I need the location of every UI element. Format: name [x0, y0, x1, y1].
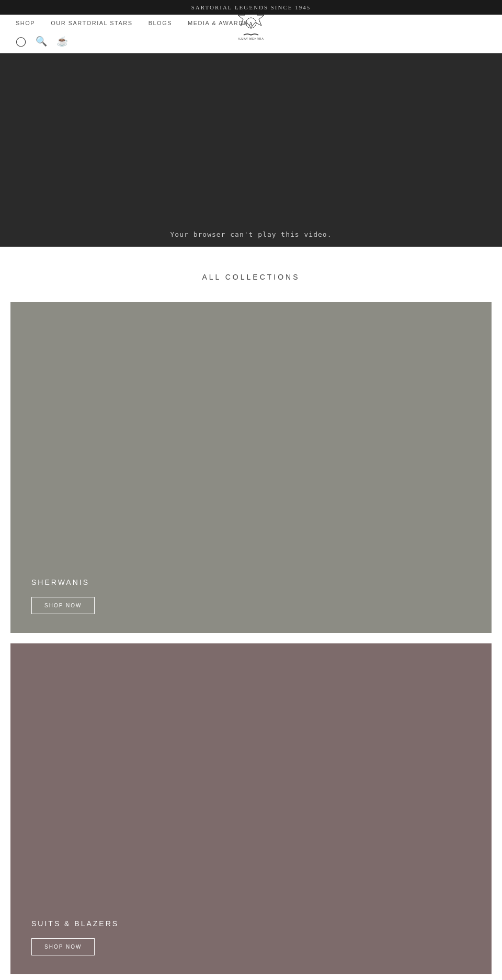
nav-shop[interactable]: SHOP [16, 20, 35, 26]
suits-shop-now-button[interactable]: SHOP NOW [31, 938, 95, 955]
main-nav: SHOP OUR SARTORIAL STARS BLOGS MEDIA & A… [0, 15, 502, 31]
logo-area[interactable]: A AJJAY MEHRRA [230, 5, 272, 41]
suits-title: SUITS & BLAZERS [31, 919, 471, 928]
collections-heading: ALL COLLECTIONS [0, 247, 502, 302]
video-fallback-message: Your browser can't play this video. [170, 230, 332, 238]
logo-emblem: A AJJAY MEHRRA [230, 5, 272, 41]
nav-sartorial-stars[interactable]: OUR SARTORIAL STARS [51, 20, 132, 26]
sherwanis-title: SHERWANIS [31, 578, 471, 586]
nav-blogs[interactable]: BLOGS [149, 20, 172, 26]
collection-card-sherwanis: SHERWANIS SHOP NOW [10, 302, 492, 633]
sherwanis-content: SHERWANIS SHOP NOW [10, 563, 492, 633]
collection-card-suits: SUITS & BLAZERS SHOP NOW [10, 643, 492, 974]
cart-icon[interactable]: ☕ [56, 36, 68, 47]
search-icon[interactable]: 🔍 [36, 36, 47, 47]
suits-content: SUITS & BLAZERS SHOP NOW [10, 905, 492, 974]
user-icon[interactable]: ◯ [16, 36, 26, 47]
suits-image [10, 643, 492, 905]
svg-text:AJJAY MEHRRA: AJJAY MEHRRA [238, 37, 264, 40]
sherwanis-image [10, 302, 492, 563]
sherwanis-shop-now-button[interactable]: SHOP NOW [31, 597, 95, 614]
nav-links: SHOP OUR SARTORIAL STARS BLOGS MEDIA & A… [16, 20, 248, 26]
svg-text:A: A [249, 21, 253, 27]
hero-video-section: Your browser can't play this video. [0, 53, 502, 247]
